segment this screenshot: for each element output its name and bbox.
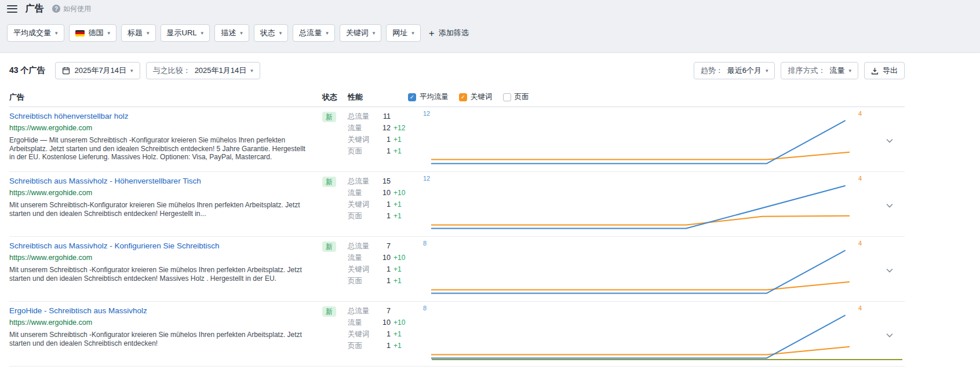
filter-button[interactable]: 总流量 ▾ [293,24,335,42]
filter-label: 状态 [260,28,275,38]
metric-value: 7 [378,307,391,315]
trend-lines [431,181,856,230]
chart-left-axis-label: 8 [423,305,427,312]
filter-button[interactable]: 标题 ▾ [121,24,156,42]
filter-label: 网址 [392,28,407,38]
metric-label: 页面 [348,211,378,221]
ad-title-link[interactable]: Schreibtisch aus Massivholz - Konfigurie… [9,241,219,251]
legend-label: 关键词 [471,92,493,102]
metric-value: 7 [378,242,391,250]
metric-value: 1 [378,330,391,338]
metric-row: 页面 1 +1 [348,211,423,223]
legend: ✓ 平均流量 ✓ 关键词 页面 [408,92,875,102]
filter-button[interactable]: 关键词 ▾ [340,24,382,42]
metric-row: 总流量 11 [348,112,423,123]
metric-value: 1 [378,342,391,350]
expand-row-button[interactable] [883,328,897,344]
ad-title-link[interactable]: ErgoHide - Schreibtisch aus Massivholz [9,306,147,316]
ads-table: 广告 状态 性能 ✓ 平均流量 ✓ 关键词 页面 Schreibtisch hö… [9,87,905,367]
export-button[interactable]: 导出 [864,62,905,79]
ad-description: Mit unserem Schreibtisch -Konfigurator k… [9,266,307,283]
chart-left-axis-label: 12 [423,110,430,117]
metric-label: 总流量 [348,112,378,122]
ad-row: Schreibtisch höhenverstellbar holz https… [9,107,905,172]
status-badge: 新 [322,177,336,187]
expand-row-button[interactable] [883,263,897,279]
chart-right-axis-label: 4 [858,110,862,117]
date-picker-button[interactable]: 2025年7月14日 ▾ [55,62,140,79]
metric-value: 11 [378,112,391,120]
ad-title-link[interactable]: Schreibtisch höhenverstellbar holz [9,112,129,122]
filter-button[interactable]: 网址 ▾ [386,24,421,42]
metric-delta: +1 [394,342,402,350]
metric-label: 总流量 [348,241,378,251]
ad-cell: ErgoHide - Schreibtisch aus Massivholz h… [9,306,322,366]
metric-delta: +1 [394,212,402,220]
toolbar-right: 趋势： 最近6个月 ▾ 排序方式： 流量 ▾ 导出 [694,62,905,79]
trend-label: 趋势： [701,65,723,76]
metric-delta: +1 [394,265,402,273]
filter-label: 德国 [89,28,104,38]
chevron-down-icon: ▾ [766,68,768,74]
export-icon [871,67,879,75]
trend-lines [431,246,856,295]
metric-label: 关键词 [348,200,378,210]
sort-label: 排序方式： [788,65,825,76]
metric-label: 关键词 [348,135,378,145]
add-filter-button[interactable]: + 添加筛选 [425,28,472,38]
metric-delta: +10 [394,254,405,262]
chevron-down-icon: ▾ [326,31,329,36]
filter-button[interactable]: 德国 ▾ [69,24,117,42]
metric-row: 关键词 1 +1 [348,265,423,276]
filter-label: 总流量 [299,28,322,38]
trend-range-button[interactable]: 趋势： 最近6个月 ▾ [694,62,775,79]
metric-label: 流量 [348,253,378,263]
filter-button[interactable]: 状态 ▾ [254,24,289,42]
status-badge: 新 [322,241,336,252]
chart-right-axis-label: 4 [858,175,862,182]
legend-label: 页面 [515,92,529,102]
metric-label: 流量 [348,318,378,328]
status-cell: 新 [322,241,348,301]
sort-by-button[interactable]: 排序方式： 流量 ▾ [781,62,858,79]
filter-button[interactable]: 描述 ▾ [214,24,249,42]
metric-value: 1 [378,135,391,144]
metric-value: 1 [378,147,391,155]
filter-button[interactable]: 平均成交量 ▾ [7,24,64,42]
expand-row-button[interactable] [883,199,897,214]
metric-value: 12 [378,124,391,132]
metrics-cell: 总流量 7 流量 10 +10 关键词 1 +1 页面 1 +1 [348,306,423,366]
ad-description: ErgoHide — Mit unserem Schreibtisch -Kon… [9,136,307,162]
help-link[interactable]: ? 如何使用 [52,4,91,14]
metric-delta: +1 [394,135,402,144]
date-value: 2025年7月14日 [74,65,126,76]
content: 43 个广告 2025年7月14日 ▾ 与之比较： 2025年1月14日 ▾ 趋… [0,62,914,367]
expand-row-button[interactable] [883,134,897,149]
metric-row: 关键词 1 +1 [348,135,423,146]
chart-left-axis-label: 12 [423,175,430,182]
filter-bar: 平均成交量 ▾ 德国 ▾ 标题 ▾ 显示URL ▾ 描述 ▾ 状态 ▾ 总流量 … [0,17,980,53]
ad-cell: Schreibtisch höhenverstellbar holz https… [9,112,322,171]
ad-url: https://www.ergohide.com [9,188,307,197]
metric-delta: +1 [394,277,402,285]
filter-label: 关键词 [346,28,369,38]
compare-date-button[interactable]: 与之比较： 2025年1月14日 ▾ [146,62,260,79]
ad-url: https://www.ergohide.com [9,253,307,262]
export-label: 导出 [883,65,898,76]
chevron-down-icon: ▾ [411,31,414,36]
metric-label: 流量 [348,123,378,133]
legend-checkbox-item[interactable]: ✓ 平均流量 [408,92,449,102]
legend-checkbox-item[interactable]: ✓ 关键词 [459,92,493,102]
metrics-cell: 总流量 7 流量 10 +10 关键词 1 +1 页面 1 +1 [348,241,423,301]
filter-button[interactable]: 显示URL ▾ [161,24,210,42]
compare-label: 与之比较： [153,65,191,76]
chevron-down-icon: ▾ [279,31,282,36]
toolbar: 43 个广告 2025年7月14日 ▾ 与之比较： 2025年1月14日 ▾ 趋… [9,62,905,79]
hamburger-menu-icon[interactable] [7,5,17,13]
rows: Schreibtisch höhenverstellbar holz https… [9,107,905,367]
ad-title-link[interactable]: Schreibtisch aus Massivholz - Höhenverst… [9,177,201,186]
metric-row: 页面 1 +1 [348,146,423,158]
filter-list: 平均成交量 ▾ 德国 ▾ 标题 ▾ 显示URL ▾ 描述 ▾ 状态 ▾ 总流量 … [7,24,421,42]
legend-checkbox-item[interactable]: 页面 [503,92,529,102]
ad-description: Mit unserem Schreibtisch-Konfigurator kr… [9,201,307,218]
